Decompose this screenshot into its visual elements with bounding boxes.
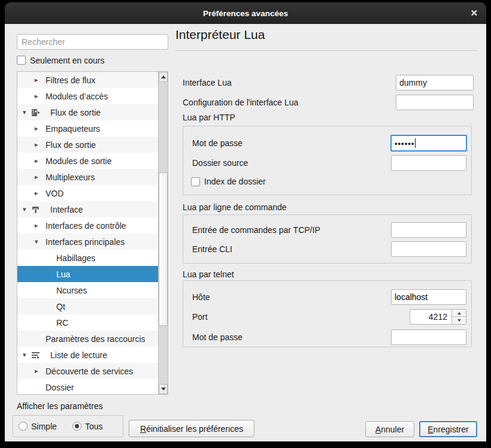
titlebar: Préférences avancées ✕ [5,2,486,24]
expander-right-icon[interactable] [35,141,43,148]
tree-item-parametres-des-raccourcis[interactable]: Paramètres des raccourcis [17,331,158,347]
tree-item-interfaces-principales[interactable]: Interfaces principales [17,234,158,250]
port-value[interactable]: 4212 [410,310,451,324]
scroll-up-button[interactable] [159,72,168,82]
tree-item-label: Dossier [46,383,74,392]
preferences-window: Préférences avancées ✕ Seulement en cour… [5,2,486,441]
title-divider [175,50,477,51]
tree-item-liste-de-lecture[interactable]: Liste de lecture [17,347,158,363]
tree-item-label: Filtres de flux [46,75,95,85]
expander-right-icon[interactable] [35,368,43,374]
tree-item-empaqueteurs[interactable]: Empaqueteurs [17,120,158,137]
text-caret [415,138,416,148]
tree-item-dossier[interactable]: Dossier [17,379,158,395]
reset-preferences-button[interactable]: Réinitialiser les préférences [129,420,254,437]
tree-item-decouverte-de-services[interactable]: Découverte de services [17,363,158,379]
radio-all[interactable]: Tous [72,416,103,437]
radio-simple-circle[interactable] [19,422,28,431]
interface-config-input[interactable] [396,95,474,110]
expander-right-icon[interactable] [35,77,43,83]
interface-icon [31,205,41,214]
tree-scrollbar[interactable] [158,72,168,394]
tree-item-label: Paramètres des raccourcis [46,334,146,344]
tree-item-label: RC [56,318,68,328]
tree-rows: Filtres de fluxModules d’accèsFlux de so… [17,72,158,395]
tcp-input[interactable] [391,222,466,238]
tree-item-label: Interfaces principales [46,237,125,247]
window-title: Préférences avancées [203,9,288,18]
preferences-tree: Filtres de fluxModules d’accèsFlux de so… [17,71,168,395]
cli-input-label: Entrée CLI [192,241,232,257]
tree-item-interfaces-de-controle[interactable]: Interfaces de contrôle [17,217,158,234]
scrollbar-thumb[interactable] [159,172,168,326]
only-current-row[interactable]: Seulement en cours [17,55,105,65]
tree-item-label: VOD [46,189,63,198]
stream-output-icon [31,108,41,117]
tree-item-label: Interfaces de contrôle [46,221,126,231]
interface-config-label: Configuration de l'interface Lua [183,95,298,110]
scroll-down-button[interactable] [159,384,168,394]
expander-down-icon[interactable] [23,352,31,358]
http-group-title: Lua par HTTP [183,113,235,122]
save-button[interactable]: Enregistrer [419,421,477,437]
dir-index-checkbox[interactable] [191,177,200,186]
search-input[interactable] [17,34,168,50]
tree-item-label: Flux de sortie [50,108,101,117]
expander-right-icon[interactable] [35,222,43,229]
expander-right-icon[interactable] [35,190,43,196]
source-dir-label: Dossier source [192,155,248,171]
tree-item-label: Habillages [56,253,95,263]
radio-all-circle[interactable] [72,422,81,431]
telnet-group-box: Hôte Port 4212 Mot de passe [183,280,472,347]
spin-down-icon [457,319,461,322]
tree-item-rc[interactable]: RC [17,314,158,331]
tree-item-interface[interactable]: Interface [17,201,158,217]
tree-item-label: Multiplexeurs [46,172,95,182]
tree-item-qt[interactable]: Qt [17,298,158,314]
radio-simple[interactable]: Simple [19,416,57,437]
port-spinbox[interactable]: 4212 [410,309,466,325]
expander-right-icon[interactable] [35,174,43,180]
expander-down-icon[interactable] [23,206,31,213]
close-icon[interactable]: ✕ [470,2,478,24]
tree-item-filtres-de-flux[interactable]: Filtres de flux [17,72,158,88]
tree-item-habillages[interactable]: Habillages [17,250,158,266]
only-current-checkbox[interactable] [17,56,26,65]
expander-right-icon[interactable] [35,158,43,164]
telnet-password-input[interactable] [391,329,466,345]
tree-item-modules-de-sortie[interactable]: Modules de sortie [17,153,158,169]
port-label: Port [192,309,208,325]
radio-all-label: Tous [85,422,103,431]
host-input[interactable] [391,289,466,305]
http-group-box: Mot de passe •••••• Dossier source Index… [183,126,472,195]
dir-index-row[interactable]: Index de dossier [191,177,266,186]
scroll-down-icon [161,388,166,391]
expander-down-icon[interactable] [23,109,31,116]
interface-lua-label: Interface Lua [183,75,232,90]
tree-item-multiplexeurs[interactable]: Multiplexeurs [17,169,158,185]
tree-item-label: Empaqueteurs [46,124,100,134]
tree-item-lua[interactable]: Lua [17,266,158,282]
telnet-group-title: Lua par telnet [183,270,234,279]
expander-right-icon[interactable] [35,93,43,99]
scroll-up-icon [161,75,166,78]
tree-item-flux-de-sortie[interactable]: Flux de sortie [17,104,158,120]
show-settings-label: Afficher les paramètres [17,401,103,411]
tree-item-modules-d-acces[interactable]: Modules d’accès [17,88,158,104]
playlist-icon [31,350,41,360]
port-spin-buttons [451,310,466,324]
tree-item-label: Modules de sortie [46,156,112,166]
tree-item-label: Flux de sortie [46,140,96,150]
tree-item-vod[interactable]: VOD [17,185,158,201]
spin-up-button[interactable] [452,310,466,317]
source-dir-input[interactable] [391,155,466,171]
spin-down-button[interactable] [452,317,466,324]
expander-down-icon[interactable] [35,238,43,245]
tree-item-ncurses[interactable]: Ncurses [17,282,158,298]
cli-input[interactable] [391,241,466,257]
expander-right-icon[interactable] [35,125,43,132]
tree-item-flux-de-sortie[interactable]: Flux de sortie [17,137,158,153]
interface-lua-input[interactable] [396,75,474,90]
cancel-button[interactable]: Annuler [365,421,414,437]
http-password-input[interactable]: •••••• [390,135,467,152]
